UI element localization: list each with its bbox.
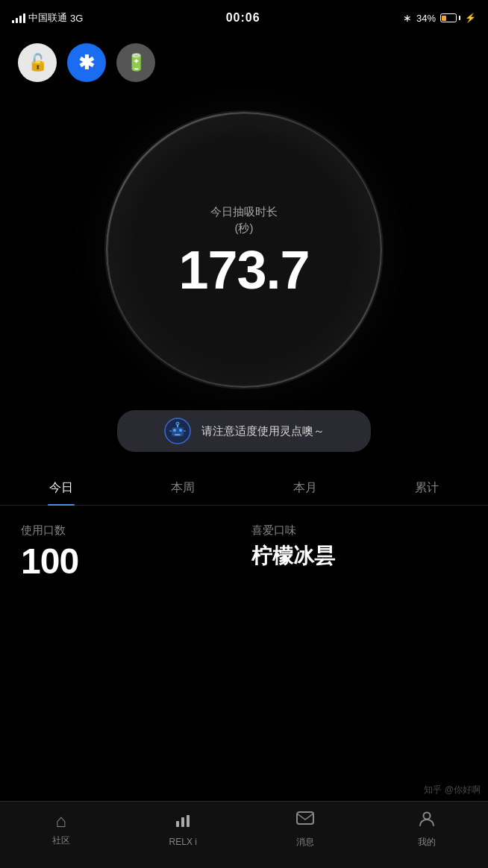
quick-actions: 🔓 ✱ 🔋 <box>0 36 488 89</box>
profile-label: 我的 <box>418 836 436 849</box>
watermark: 知乎 @你好啊 <box>424 784 481 796</box>
stat-left-label: 使用口数 <box>21 523 237 538</box>
stats-section: 使用口数 100 喜爱口味 柠檬冰昙 <box>0 506 488 579</box>
lock-button[interactable]: 🔓 <box>18 43 57 82</box>
svg-rect-12 <box>297 812 313 824</box>
tab-bar: 今日 本周 本月 累计 <box>0 473 488 506</box>
bottom-tab-bar: ⌂ 社区 RELX i 消息 我的 <box>0 801 488 868</box>
status-bar: 中国联通 3G 00:06 ∗ 34% ⚡ <box>0 0 488 33</box>
svg-point-3 <box>179 429 182 432</box>
carrier-label: 中国联通 <box>28 11 67 25</box>
messages-label: 消息 <box>296 836 314 849</box>
circle-value: 173.7 <box>178 243 309 297</box>
svg-rect-10 <box>181 817 184 827</box>
battery-fill <box>442 16 446 21</box>
status-right: ∗ 34% ⚡ <box>403 12 476 24</box>
message-icon <box>295 809 315 833</box>
svg-point-2 <box>173 429 176 432</box>
stat-right-value: 柠檬冰昙 <box>251 544 467 569</box>
relxi-label: RELX i <box>169 837 197 847</box>
svg-rect-7 <box>169 430 172 432</box>
lock-icon: 🔓 <box>28 53 48 72</box>
bottom-tab-messages[interactable]: 消息 <box>244 809 366 849</box>
main-circle: 今日抽吸时长 (秒) 173.7 <box>106 112 382 388</box>
stat-col-left: 使用口数 100 <box>21 523 237 579</box>
tab-today[interactable]: 今日 <box>0 473 122 505</box>
svg-rect-9 <box>176 821 179 827</box>
tab-month[interactable]: 本月 <box>244 473 366 505</box>
status-left: 中国联通 3G <box>12 11 83 25</box>
svg-point-6 <box>176 422 179 425</box>
bluetooth-button[interactable]: ✱ <box>67 43 106 82</box>
circle-container: 今日抽吸时长 (秒) 173.7 <box>0 112 488 388</box>
charging-icon: ⚡ <box>465 13 476 23</box>
battery-status-icon: 🔋 <box>126 53 146 72</box>
signal-bar-1 <box>12 20 14 23</box>
svg-point-13 <box>424 813 431 820</box>
home-icon: ⌂ <box>56 811 67 831</box>
stat-right-label: 喜爱口味 <box>251 523 467 538</box>
signal-bar-3 <box>19 16 22 23</box>
tab-week[interactable]: 本周 <box>122 473 245 505</box>
svg-rect-8 <box>184 430 186 432</box>
battery-icon <box>440 13 460 22</box>
stat-left-value: 100 <box>21 544 237 579</box>
battery-tip <box>459 16 460 20</box>
clock: 00:06 <box>226 11 260 25</box>
network-label: 3G <box>70 13 83 24</box>
signal-bars <box>12 13 25 23</box>
notification-bar: 请注意适度使用灵点噢～ <box>117 410 371 452</box>
battery-button[interactable]: 🔋 <box>116 43 155 82</box>
mascot-icon <box>164 418 191 444</box>
relxi-icon <box>173 811 193 834</box>
bottom-tab-community[interactable]: ⌂ 社区 <box>0 811 122 847</box>
stat-col-right: 喜爱口味 柠檬冰昙 <box>251 523 467 579</box>
battery-percent: 34% <box>416 13 436 24</box>
bottom-tab-relxi[interactable]: RELX i <box>122 811 245 847</box>
bluetooth-icon-btn: ✱ <box>78 51 95 75</box>
notification-text: 请注意适度使用灵点噢～ <box>201 424 325 438</box>
tab-total[interactable]: 累计 <box>366 473 489 505</box>
svg-rect-4 <box>175 434 181 435</box>
profile-icon <box>417 809 437 833</box>
signal-bar-2 <box>16 18 18 23</box>
bluetooth-icon: ∗ <box>403 12 412 24</box>
svg-rect-11 <box>187 815 190 827</box>
community-label: 社区 <box>52 834 70 847</box>
bottom-tab-profile[interactable]: 我的 <box>366 809 489 849</box>
circle-subtitle: 今日抽吸时长 (秒) <box>210 204 278 237</box>
signal-bar-4 <box>23 13 25 23</box>
